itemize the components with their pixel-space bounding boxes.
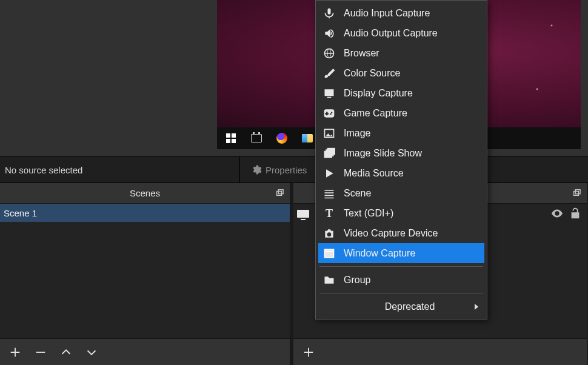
list-icon: [323, 187, 335, 199]
menu-window-capture[interactable]: Window Capture: [318, 243, 484, 263]
menu-audio-input-capture[interactable]: Audio Input Capture: [318, 3, 484, 23]
properties-label: Properties: [266, 165, 307, 175]
menu-item-label: Media Source: [344, 168, 404, 179]
menu-item-label: Video Capture Device: [344, 228, 438, 239]
menu-item-label: Audio Output Capture: [344, 28, 438, 39]
window-icon: [323, 247, 335, 260]
speaker-icon: [323, 27, 335, 39]
folder-icon: [323, 274, 335, 286]
add-scene-button[interactable]: [8, 346, 22, 359]
image-icon: [323, 127, 335, 139]
text-icon: T: [323, 207, 335, 219]
status-divider: [239, 157, 240, 182]
scene-item-label: Scene 1: [4, 208, 37, 218]
popout-icon[interactable]: [275, 189, 285, 198]
svg-rect-1: [278, 189, 283, 193]
menu-item-label: Scene: [344, 188, 371, 199]
move-scene-down-button[interactable]: [85, 346, 98, 359]
status-bar: No source selected Properties: [0, 156, 588, 183]
menu-video-capture-device[interactable]: Video Capture Device: [318, 223, 484, 243]
svg-rect-8: [328, 148, 335, 154]
menu-item-label: Audio Input Capture: [344, 8, 430, 19]
task-view-icon: [251, 133, 262, 144]
remove-scene-button[interactable]: [34, 346, 47, 359]
svg-rect-4: [297, 210, 309, 218]
scenes-toolbar: [0, 338, 290, 365]
move-scene-up-button[interactable]: [59, 346, 73, 359]
monitor-icon: [296, 207, 310, 219]
svg-rect-5: [301, 219, 306, 220]
scenes-panel-header[interactable]: Scenes: [0, 183, 290, 204]
menu-game-capture[interactable]: Game Capture: [318, 103, 484, 123]
menu-item-label: Group: [344, 275, 370, 286]
menu-media-source[interactable]: Media Source: [318, 163, 484, 183]
menu-audio-output-capture[interactable]: Audio Output Capture: [318, 23, 484, 43]
mic-icon: [323, 7, 335, 19]
menu-item-label: Browser: [344, 48, 379, 59]
menu-item-label: Image: [344, 128, 370, 139]
properties-button[interactable]: Properties: [245, 157, 313, 182]
windows-start-icon: [226, 133, 236, 144]
menu-color-source[interactable]: Color Source: [318, 63, 484, 83]
monitor-icon: [323, 87, 335, 99]
svg-rect-0: [277, 191, 282, 195]
svg-rect-2: [574, 191, 579, 195]
svg-rect-9: [325, 249, 334, 257]
menu-separator: [319, 266, 483, 267]
menu-image[interactable]: Image: [318, 123, 484, 143]
menu-separator: [319, 293, 483, 293]
menu-item-label: Game Capture: [344, 108, 407, 119]
lock-toggle[interactable]: [569, 207, 582, 220]
play-icon: [323, 167, 335, 179]
brush-icon: [323, 67, 335, 79]
menu-item-label: Display Capture: [344, 88, 413, 99]
gamepad-icon: [323, 107, 335, 119]
slides-icon: [323, 147, 335, 159]
file-explorer-icon: [302, 133, 313, 144]
gear-icon: [251, 164, 262, 175]
status-no-source: No source selected: [0, 165, 82, 175]
menu-display-capture[interactable]: Display Capture: [318, 83, 484, 103]
scene-item[interactable]: Scene 1: [0, 204, 290, 222]
scenes-list[interactable]: Scene 1: [0, 204, 290, 338]
menu-browser[interactable]: Browser: [318, 43, 484, 63]
menu-item-label: Image Slide Show: [344, 148, 422, 159]
visibility-toggle[interactable]: [550, 207, 564, 220]
menu-scene[interactable]: Scene: [318, 183, 484, 203]
sources-toolbar: [293, 338, 587, 365]
menu-item-label: Text (GDI+): [344, 208, 393, 219]
firefox-icon: [276, 133, 287, 144]
menu-group[interactable]: Group: [318, 270, 484, 290]
menu-item-label: Window Capture: [344, 248, 415, 259]
menu-deprecated[interactable]: Deprecated: [318, 296, 484, 316]
menu-text-gdi[interactable]: T Text (GDI+): [318, 203, 484, 223]
add-source-menu[interactable]: Audio Input Capture Audio Output Capture…: [315, 0, 487, 320]
globe-icon: [323, 47, 335, 59]
popout-icon[interactable]: [572, 189, 582, 198]
menu-item-label: Deprecated: [344, 301, 476, 312]
menu-image-slide-show[interactable]: Image Slide Show: [318, 143, 484, 163]
add-source-button[interactable]: [302, 346, 315, 359]
scenes-title: Scenes: [130, 188, 160, 198]
camera-icon: [323, 227, 335, 239]
menu-item-label: Color Source: [344, 68, 400, 79]
svg-rect-3: [575, 189, 580, 193]
chevron-right-icon: [475, 304, 478, 310]
